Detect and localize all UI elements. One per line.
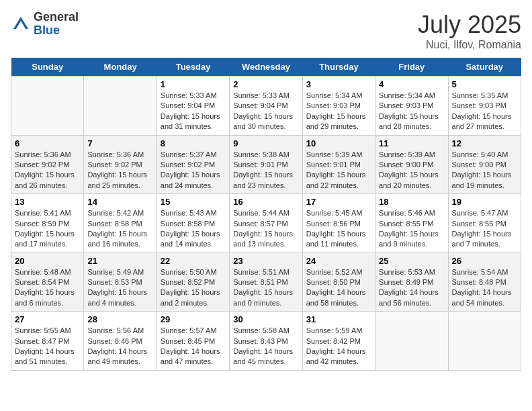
day-header-thursday: Thursday (302, 58, 375, 77)
calendar-cell: 30Sunrise: 5:58 AM Sunset: 8:43 PM Dayli… (230, 312, 302, 371)
day-header-sunday: Sunday (11, 58, 84, 77)
day-number: 26 (452, 256, 517, 266)
calendar-cell: 23Sunrise: 5:51 AM Sunset: 8:51 PM Dayli… (230, 253, 302, 312)
cell-info: Sunrise: 5:40 AM Sunset: 9:00 PM Dayligh… (452, 150, 517, 191)
calendar-cell: 29Sunrise: 5:57 AM Sunset: 8:45 PM Dayli… (157, 312, 229, 371)
day-number: 2 (233, 79, 298, 89)
calendar-cell: 5Sunrise: 5:35 AM Sunset: 9:03 PM Daylig… (448, 77, 521, 136)
calendar-cell: 15Sunrise: 5:43 AM Sunset: 8:58 PM Dayli… (157, 194, 229, 253)
cell-info: Sunrise: 5:56 AM Sunset: 8:46 PM Dayligh… (87, 326, 152, 367)
cell-info: Sunrise: 5:44 AM Sunset: 8:57 PM Dayligh… (233, 208, 298, 250)
day-number: 4 (379, 79, 444, 89)
cell-info: Sunrise: 5:45 AM Sunset: 8:56 PM Dayligh… (306, 208, 371, 250)
day-number: 24 (306, 256, 371, 266)
calendar-cell: 27Sunrise: 5:55 AM Sunset: 8:47 PM Dayli… (11, 312, 84, 371)
day-number: 27 (15, 314, 80, 324)
cell-info: Sunrise: 5:53 AM Sunset: 8:49 PM Dayligh… (379, 267, 444, 309)
day-number: 28 (87, 314, 152, 324)
cell-info: Sunrise: 5:50 AM Sunset: 8:52 PM Dayligh… (161, 267, 226, 309)
cell-info: Sunrise: 5:33 AM Sunset: 9:04 PM Dayligh… (233, 91, 298, 132)
day-number: 16 (233, 197, 298, 207)
cell-info: Sunrise: 5:36 AM Sunset: 9:02 PM Dayligh… (15, 150, 80, 191)
day-header-wednesday: Wednesday (230, 58, 302, 77)
cell-info: Sunrise: 5:37 AM Sunset: 9:02 PM Dayligh… (161, 150, 226, 191)
logo-text: General Blue (34, 11, 79, 38)
day-header-monday: Monday (84, 58, 157, 77)
calendar-cell (375, 312, 448, 371)
cell-info: Sunrise: 5:42 AM Sunset: 8:58 PM Dayligh… (87, 208, 152, 250)
day-number: 11 (379, 138, 444, 148)
week-row-3: 13Sunrise: 5:41 AM Sunset: 8:59 PM Dayli… (11, 194, 521, 253)
cell-info: Sunrise: 5:58 AM Sunset: 8:43 PM Dayligh… (233, 326, 298, 367)
week-row-4: 20Sunrise: 5:48 AM Sunset: 8:54 PM Dayli… (11, 253, 521, 312)
calendar-cell: 12Sunrise: 5:40 AM Sunset: 9:00 PM Dayli… (448, 135, 521, 194)
day-number: 3 (306, 79, 371, 89)
cell-info: Sunrise: 5:38 AM Sunset: 9:01 PM Dayligh… (233, 150, 298, 191)
subtitle: Nuci, Ilfov, Romania (418, 39, 521, 51)
day-headers-row: SundayMondayTuesdayWednesdayThursdayFrid… (11, 58, 521, 77)
day-number: 20 (15, 256, 80, 266)
calendar-table: SundayMondayTuesdayWednesdayThursdayFrid… (11, 58, 521, 371)
main-title: July 2025 (418, 11, 521, 39)
calendar-cell: 6Sunrise: 5:36 AM Sunset: 9:02 PM Daylig… (11, 135, 84, 194)
day-number: 17 (306, 197, 371, 207)
cell-info: Sunrise: 5:46 AM Sunset: 8:55 PM Dayligh… (379, 208, 444, 250)
cell-info: Sunrise: 5:54 AM Sunset: 8:48 PM Dayligh… (452, 267, 517, 309)
cell-info: Sunrise: 5:47 AM Sunset: 8:55 PM Dayligh… (452, 208, 517, 250)
cell-info: Sunrise: 5:33 AM Sunset: 9:04 PM Dayligh… (161, 91, 226, 132)
calendar-cell: 17Sunrise: 5:45 AM Sunset: 8:56 PM Dayli… (302, 194, 375, 253)
cell-info: Sunrise: 5:52 AM Sunset: 8:50 PM Dayligh… (306, 267, 371, 309)
calendar-cell: 8Sunrise: 5:37 AM Sunset: 9:02 PM Daylig… (157, 135, 229, 194)
day-number: 8 (161, 138, 226, 148)
cell-info: Sunrise: 5:51 AM Sunset: 8:51 PM Dayligh… (233, 267, 298, 309)
day-number: 9 (233, 138, 298, 148)
day-number: 30 (233, 314, 298, 324)
calendar-cell: 16Sunrise: 5:44 AM Sunset: 8:57 PM Dayli… (230, 194, 302, 253)
header: General Blue July 2025 Nuci, Ilfov, Roma… (11, 11, 521, 51)
title-area: July 2025 Nuci, Ilfov, Romania (418, 11, 521, 51)
day-header-saturday: Saturday (448, 58, 521, 77)
calendar-cell: 9Sunrise: 5:38 AM Sunset: 9:01 PM Daylig… (230, 135, 302, 194)
calendar-cell: 3Sunrise: 5:34 AM Sunset: 9:03 PM Daylig… (302, 77, 375, 136)
day-number: 6 (15, 138, 80, 148)
week-row-2: 6Sunrise: 5:36 AM Sunset: 9:02 PM Daylig… (11, 135, 521, 194)
calendar-cell: 31Sunrise: 5:59 AM Sunset: 8:42 PM Dayli… (302, 312, 375, 371)
cell-info: Sunrise: 5:55 AM Sunset: 8:47 PM Dayligh… (15, 326, 80, 367)
calendar-cell: 4Sunrise: 5:34 AM Sunset: 9:03 PM Daylig… (375, 77, 448, 136)
day-header-friday: Friday (375, 58, 448, 77)
day-number: 1 (161, 79, 226, 89)
cell-info: Sunrise: 5:36 AM Sunset: 9:02 PM Dayligh… (87, 150, 152, 191)
day-number: 25 (379, 256, 444, 266)
calendar-cell: 21Sunrise: 5:49 AM Sunset: 8:53 PM Dayli… (84, 253, 157, 312)
calendar-cell: 2Sunrise: 5:33 AM Sunset: 9:04 PM Daylig… (230, 77, 302, 136)
cell-info: Sunrise: 5:41 AM Sunset: 8:59 PM Dayligh… (15, 208, 80, 250)
calendar-cell: 11Sunrise: 5:39 AM Sunset: 9:00 PM Dayli… (375, 135, 448, 194)
logo-blue-text: Blue (34, 24, 79, 38)
calendar-cell: 28Sunrise: 5:56 AM Sunset: 8:46 PM Dayli… (84, 312, 157, 371)
calendar-cell: 24Sunrise: 5:52 AM Sunset: 8:50 PM Dayli… (302, 253, 375, 312)
day-number: 12 (452, 138, 517, 148)
calendar-cell (84, 77, 157, 136)
cell-info: Sunrise: 5:39 AM Sunset: 9:01 PM Dayligh… (306, 150, 371, 191)
day-number: 14 (87, 197, 152, 207)
cell-info: Sunrise: 5:59 AM Sunset: 8:42 PM Dayligh… (306, 326, 371, 367)
week-row-5: 27Sunrise: 5:55 AM Sunset: 8:47 PM Dayli… (11, 312, 521, 371)
day-number: 18 (379, 197, 444, 207)
cell-info: Sunrise: 5:48 AM Sunset: 8:54 PM Dayligh… (15, 267, 80, 309)
day-number: 10 (306, 138, 371, 148)
cell-info: Sunrise: 5:34 AM Sunset: 9:03 PM Dayligh… (306, 91, 371, 132)
day-number: 13 (15, 197, 80, 207)
calendar-cell: 10Sunrise: 5:39 AM Sunset: 9:01 PM Dayli… (302, 135, 375, 194)
calendar-cell (11, 77, 84, 136)
logo-general-text: General (34, 11, 79, 24)
day-number: 15 (161, 197, 226, 207)
calendar-cell: 20Sunrise: 5:48 AM Sunset: 8:54 PM Dayli… (11, 253, 84, 312)
calendar-cell: 13Sunrise: 5:41 AM Sunset: 8:59 PM Dayli… (11, 194, 84, 253)
calendar-cell: 26Sunrise: 5:54 AM Sunset: 8:48 PM Dayli… (448, 253, 521, 312)
calendar-cell: 14Sunrise: 5:42 AM Sunset: 8:58 PM Dayli… (84, 194, 157, 253)
calendar-cell: 25Sunrise: 5:53 AM Sunset: 8:49 PM Dayli… (375, 253, 448, 312)
cell-info: Sunrise: 5:43 AM Sunset: 8:58 PM Dayligh… (161, 208, 226, 250)
day-number: 7 (87, 138, 152, 148)
calendar-cell: 18Sunrise: 5:46 AM Sunset: 8:55 PM Dayli… (375, 194, 448, 253)
day-header-tuesday: Tuesday (157, 58, 229, 77)
